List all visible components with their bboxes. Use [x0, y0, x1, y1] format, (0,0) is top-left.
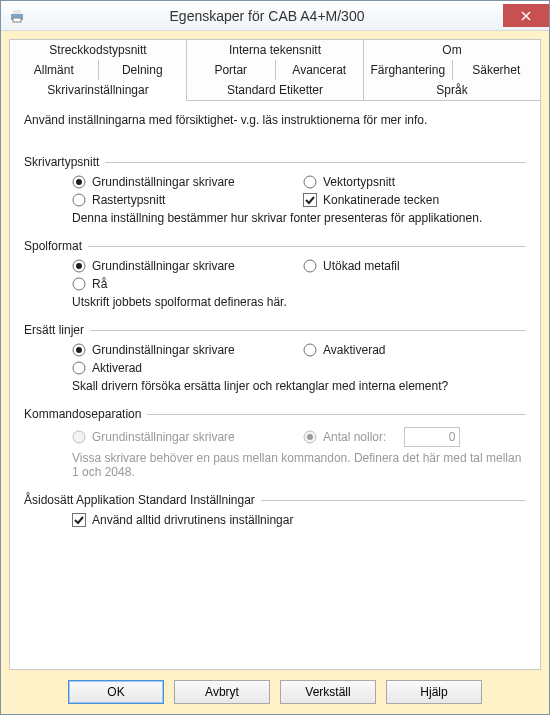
svg-rect-2	[13, 18, 21, 22]
tab-sharing[interactable]: Delning	[99, 60, 188, 80]
radio-label: Avaktiverad	[323, 343, 385, 357]
svg-rect-9	[304, 194, 317, 207]
tab-ports[interactable]: Portar	[187, 60, 276, 80]
close-button[interactable]	[503, 4, 549, 27]
svg-point-17	[73, 362, 85, 374]
tab-printer-settings[interactable]: Skrivarinställningar	[9, 80, 187, 100]
note-cmdsep: Vissa skrivare behöver en paus mellan ko…	[72, 451, 526, 479]
radio-cmdsep-zeros: Antal nollor:	[303, 427, 526, 447]
tab-body: Använd inställningarna med försiktighet-…	[9, 100, 541, 670]
tab-language[interactable]: Språk	[364, 80, 541, 100]
radio-icon	[72, 193, 86, 207]
radio-replace-enabled[interactable]: Aktiverad	[72, 361, 295, 375]
titlebar: Egenskaper för CAB A4+M/300	[1, 1, 549, 31]
tab-standard-labels[interactable]: Standard Etiketter	[187, 80, 364, 100]
button-row: OK Avbryt Verkställ Hjälp	[9, 670, 541, 704]
radio-spool-default[interactable]: Grundinställningar skrivare	[72, 259, 295, 273]
radio-icon	[303, 430, 317, 444]
svg-point-20	[307, 434, 313, 440]
group-printer-fonts: Skrivartypsnitt Grundinställningar skriv…	[24, 155, 526, 225]
group-replace-lines: Ersätt linjer Grundinställningar skrivar…	[24, 323, 526, 393]
help-button[interactable]: Hjälp	[386, 680, 482, 704]
intro-text: Använd inställningarna med försiktighet-…	[24, 113, 526, 127]
radio-label: Antal nollor:	[323, 430, 386, 444]
group-override: Åsidosätt Applikation Standard Inställni…	[24, 493, 526, 527]
checkbox-label: Använd alltid drivrutinens inställningar	[92, 513, 293, 527]
tab-advanced[interactable]: Avancerat	[276, 60, 365, 80]
radio-label: Rå	[92, 277, 107, 291]
radio-label: Rastertypsnitt	[92, 193, 165, 207]
radio-replace-disabled[interactable]: Avaktiverad	[303, 343, 526, 357]
cancel-button[interactable]: Avbryt	[174, 680, 270, 704]
svg-rect-21	[73, 514, 86, 527]
radio-spool-raw[interactable]: Rå	[72, 277, 295, 291]
svg-point-15	[76, 347, 82, 353]
radio-icon	[72, 259, 86, 273]
printer-icon	[9, 8, 25, 24]
radio-label: Grundinställningar skrivare	[92, 259, 235, 273]
group-cmdsep: Kommandoseparation Grundinställningar sk…	[24, 407, 526, 479]
radio-icon	[72, 430, 86, 444]
legend-replace: Ersätt linjer	[24, 323, 90, 337]
radio-cmdsep-default: Grundinställningar skrivare	[72, 427, 295, 447]
tab-security[interactable]: Säkerhet	[453, 60, 542, 80]
radio-label: Grundinställningar skrivare	[92, 343, 235, 357]
radio-icon	[303, 343, 317, 357]
checkbox-label: Konkatinerade tecken	[323, 193, 439, 207]
client-area: Streckkodstypsnitt Interna tekensnitt Om…	[1, 31, 549, 714]
radio-icon	[72, 361, 86, 375]
radio-label: Vektortypsnitt	[323, 175, 395, 189]
radio-label: Utökad metafil	[323, 259, 400, 273]
note-printer-fonts: Denna inställning bestämmer hur skrivar …	[72, 211, 526, 225]
note-spool: Utskrift jobbets spolformat defineras hä…	[72, 295, 526, 309]
radio-spool-ext[interactable]: Utökad metafil	[303, 259, 526, 273]
radio-icon	[72, 343, 86, 357]
radio-pf-default[interactable]: Grundinställningar skrivare	[72, 175, 295, 189]
svg-point-8	[73, 194, 85, 206]
radio-label: Grundinställningar skrivare	[92, 430, 235, 444]
radio-label: Grundinställningar skrivare	[92, 175, 235, 189]
svg-point-7	[304, 176, 316, 188]
tab-color-mgmt[interactable]: Färghantering	[364, 60, 453, 80]
radio-icon	[72, 277, 86, 291]
legend-printer-fonts: Skrivartypsnitt	[24, 155, 105, 169]
group-spool: Spolformat Grundinställningar skrivare U…	[24, 239, 526, 309]
checkbox-icon	[303, 193, 317, 207]
window-title: Egenskaper för CAB A4+M/300	[31, 8, 503, 24]
radio-icon	[303, 175, 317, 189]
tab-about[interactable]: Om	[364, 39, 541, 60]
radio-replace-default[interactable]: Grundinställningar skrivare	[72, 343, 295, 357]
svg-point-12	[304, 260, 316, 272]
note-replace: Skall drivern försöka ersätta linjer och…	[72, 379, 526, 393]
radio-icon	[303, 259, 317, 273]
svg-point-11	[76, 263, 82, 269]
svg-point-6	[76, 179, 82, 185]
legend-cmdsep: Kommandoseparation	[24, 407, 147, 421]
radio-icon	[72, 175, 86, 189]
legend-spool: Spolformat	[24, 239, 88, 253]
radio-pf-vector[interactable]: Vektortypsnitt	[303, 175, 526, 189]
svg-point-18	[73, 431, 85, 443]
legend-override: Åsidosätt Applikation Standard Inställni…	[24, 493, 261, 507]
svg-rect-1	[13, 10, 21, 14]
checkbox-pf-concat[interactable]: Konkatinerade tecken	[303, 193, 526, 207]
radio-pf-raster[interactable]: Rastertypsnitt	[72, 193, 295, 207]
tab-general[interactable]: Allmänt	[9, 60, 99, 80]
apply-button[interactable]: Verkställ	[280, 680, 376, 704]
svg-point-13	[73, 278, 85, 290]
tabstrip: Streckkodstypsnitt Interna tekensnitt Om…	[9, 39, 541, 100]
svg-point-16	[304, 344, 316, 356]
ok-button[interactable]: OK	[68, 680, 164, 704]
checkbox-icon	[72, 513, 86, 527]
checkbox-override-always[interactable]: Använd alltid drivrutinens inställningar	[72, 513, 526, 527]
cmdsep-value-input	[404, 427, 460, 447]
radio-label: Aktiverad	[92, 361, 142, 375]
properties-window: Egenskaper för CAB A4+M/300 Streckkodsty…	[0, 0, 550, 715]
tab-internal-fonts[interactable]: Interna tekensnitt	[187, 39, 364, 60]
tab-barcode-fonts[interactable]: Streckkodstypsnitt	[9, 39, 187, 60]
